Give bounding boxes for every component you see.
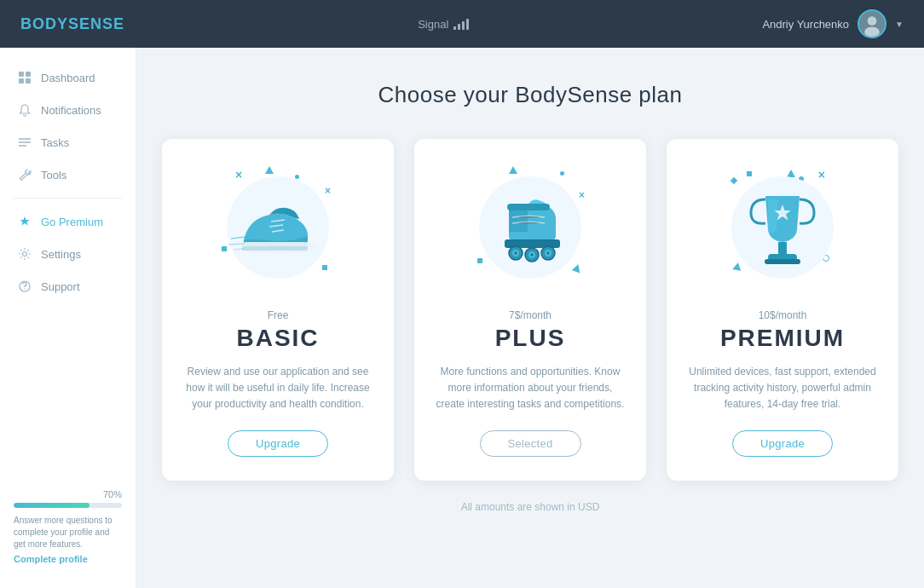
plan-illustration-premium: ×	[714, 159, 851, 296]
svg-point-29	[547, 252, 550, 255]
star-icon	[17, 214, 32, 229]
skate-svg	[483, 185, 577, 270]
plan-price-premium: 10$/month	[759, 309, 807, 321]
decor-x: ×	[579, 189, 585, 201]
user-name: Andriy Yurchenko	[762, 18, 849, 31]
sneaker-svg	[227, 189, 329, 266]
avatar	[858, 9, 886, 38]
svg-rect-15	[242, 246, 308, 251]
tasks-icon	[17, 135, 32, 150]
plans-container: × ×	[162, 139, 898, 481]
plan-card-plus: ×	[414, 139, 646, 481]
decor-sq	[747, 171, 752, 176]
plan-price-basic: Free	[268, 309, 289, 321]
svg-point-26	[531, 254, 534, 257]
plan-name-premium: PREMIUM	[720, 325, 845, 352]
sidebar-item-notifications[interactable]: Notifications	[0, 94, 136, 126]
sidebar-item-dashboard[interactable]: Dashboard	[0, 61, 136, 94]
tools-icon	[17, 167, 32, 182]
chevron-down-icon: ▼	[895, 20, 904, 29]
svg-point-12	[24, 288, 25, 289]
sidebar-item-settings[interactable]: Settings	[0, 238, 136, 270]
plan-name-plus: PLUS	[495, 325, 566, 352]
svg-point-2	[864, 27, 880, 37]
progress-bar	[14, 503, 122, 508]
bell-icon	[17, 102, 32, 118]
svg-line-16	[231, 237, 245, 239]
plan-illustration-basic: × ×	[210, 159, 346, 296]
svg-rect-5	[19, 78, 24, 84]
signal-bars	[453, 18, 469, 30]
plan-card-premium: ×	[667, 139, 898, 481]
svg-rect-6	[26, 78, 31, 84]
decor-x: ×	[235, 168, 242, 182]
sidebar-divider	[14, 198, 122, 199]
trophy-svg	[736, 181, 829, 274]
decor-tri	[265, 166, 274, 174]
plan-name-basic: BASIC	[236, 325, 319, 352]
decor-tri	[509, 166, 517, 174]
app-header: BODYSENSE Signal Andriy Yurchenko ▼	[0, 0, 924, 48]
sidebar-item-tools[interactable]: Tools	[0, 159, 136, 191]
signal-indicator: Signal	[418, 18, 469, 31]
page-title: Choose your BodySense plan	[378, 82, 682, 108]
upgrade-button-premium[interactable]: Upgrade	[732, 430, 833, 457]
decor-x: ×	[818, 168, 825, 182]
svg-rect-3	[19, 72, 24, 77]
decor-sq	[477, 258, 482, 263]
gear-icon	[17, 246, 32, 262]
logo: BODYSENSE	[20, 15, 124, 33]
main-layout: Dashboard Notifications Tasks	[0, 48, 924, 588]
plan-illustration-plus: ×	[462, 159, 598, 296]
plan-desc-basic: Review and use our application and see h…	[182, 364, 373, 413]
plan-price-plus: 7$/month	[509, 309, 552, 321]
upgrade-button-basic[interactable]: Upgrade	[228, 430, 328, 457]
sidebar-item-go-premium[interactable]: Go Premium	[0, 205, 136, 238]
svg-point-23	[515, 252, 517, 255]
plan-card-basic: × ×	[162, 139, 394, 481]
support-icon	[17, 279, 32, 294]
progress-bar-fill	[14, 503, 90, 508]
svg-point-10	[23, 252, 27, 257]
decor-dot	[295, 175, 299, 179]
user-menu[interactable]: Andriy Yurchenko ▼	[762, 9, 904, 38]
svg-rect-19	[507, 204, 550, 210]
svg-point-1	[868, 16, 877, 26]
plan-desc-premium: Unlimited devices, fast support, extende…	[687, 364, 878, 413]
complete-profile-link[interactable]: Complete profile	[14, 554, 122, 564]
sidebar: Dashboard Notifications Tasks	[0, 48, 136, 588]
plan-desc-plus: More functions and opportunities. Know m…	[435, 364, 626, 413]
svg-rect-30	[778, 242, 787, 256]
svg-line-17	[228, 244, 244, 245]
svg-rect-32	[765, 259, 800, 264]
usd-note: All amounts are shown in USD	[461, 501, 600, 513]
profile-progress: 70% Answer more questions to complete yo…	[0, 479, 136, 574]
sidebar-item-support[interactable]: Support	[0, 270, 136, 303]
main-content: Choose your BodySense plan × ×	[136, 48, 924, 588]
dashboard-icon	[17, 70, 32, 85]
sidebar-item-tasks[interactable]: Tasks	[0, 126, 136, 159]
svg-line-18	[234, 249, 244, 250]
selected-button-plus[interactable]: Selected	[480, 430, 581, 457]
svg-rect-4	[26, 72, 31, 77]
decor-dot	[560, 171, 564, 176]
